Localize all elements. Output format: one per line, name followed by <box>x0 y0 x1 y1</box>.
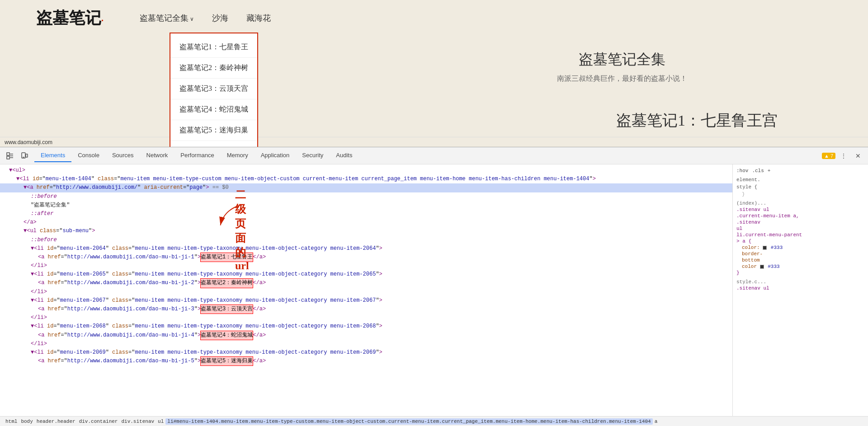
dropdown-item-2[interactable]: 盗墓笔记3：云顶天宫 <box>170 79 257 99</box>
tab-security[interactable]: Security <box>296 149 330 162</box>
site-logo: 盗墓笔记· <box>36 7 104 29</box>
devtools-toolbar: Elements Console Sources Network Perform… <box>0 147 868 164</box>
nav-item-1[interactable]: 沙海 <box>212 13 228 23</box>
breadcrumb-li[interactable]: li#menu-item-1404.menu-item.menu-item-ty… <box>165 418 652 425</box>
url-display: www.daomubiji.com <box>5 139 52 145</box>
tree-line[interactable]: ▼<li id="menu-item-1404" class="menu-ite… <box>0 175 732 183</box>
tab-memory[interactable]: Memory <box>221 149 255 162</box>
html-tree[interactable]: ▼<ul> ▼<li id="menu-item-1404" class="me… <box>0 164 732 416</box>
sidebar-rules-2: style.c... .sitenav ul <box>736 279 864 291</box>
tab-application[interactable]: Application <box>255 149 296 162</box>
svg-rect-0 <box>7 153 9 155</box>
dropdown-item-5[interactable]: 盗墓笔记6：阴山古楼 <box>170 141 257 147</box>
sidebar-rule-sitenav-ul: .sitenav ul <box>736 207 864 212</box>
tree-line[interactable]: ▼<li id="menu-item-2064" class="menu-ite… <box>0 244 732 253</box>
logo-dot: · <box>101 15 104 25</box>
content-subtitle: 南派三叔经典巨作，最好看的盗墓小说！ <box>557 74 687 84</box>
tab-sources[interactable]: Sources <box>106 149 140 162</box>
tree-line[interactable]: <a href="http://www.daomubiji.com/dao-mu… <box>0 357 732 365</box>
breadcrumb-div-sitenav[interactable]: div.sitenav <box>119 418 156 425</box>
sidebar-rule-a-open: > a { <box>736 239 864 244</box>
sidebar-color-2-property: color #333 <box>736 264 864 269</box>
tree-line[interactable]: ▼<ul> <box>0 166 732 175</box>
nav-item-2[interactable]: 藏海花 <box>246 13 271 23</box>
tree-line[interactable]: <a href="http://www.daomubiji.com/dao-mu… <box>0 305 732 314</box>
tab-audits[interactable]: Audits <box>330 149 359 162</box>
sidebar-rule-current-parent: li.current-menu-parent <box>736 232 864 238</box>
devtools-panel: Elements Console Sources Network Perform… <box>0 147 868 426</box>
toolbar-right: ▲ 7 ⋮ ✕ <box>822 150 864 162</box>
breadcrumb-a[interactable]: a <box>653 418 660 425</box>
sidebar-source-1: (index)... <box>736 201 864 206</box>
tree-line[interactable]: ::before <box>0 236 732 244</box>
svg-rect-4 <box>7 156 9 159</box>
devtools-breadcrumb: html body header.header div.container di… <box>0 416 868 426</box>
sidebar-tab-add[interactable]: + <box>768 168 771 173</box>
sidebar-rule-sitenav-ul-2: .sitenav ul <box>736 286 864 291</box>
tree-line[interactable]: ▼<li id="menu-item-2065" class="menu-ite… <box>0 270 732 279</box>
sidebar-tab-group: :hov .cls + <box>736 168 864 173</box>
dropdown-item-3[interactable]: 盗墓笔记4：蛇沼鬼城 <box>170 99 257 120</box>
tree-line[interactable]: <a href="http://www.daomubiji.com/dao-mu… <box>0 253 732 262</box>
more-options-button[interactable]: ⋮ <box>837 150 850 162</box>
tree-line[interactable]: <a href="http://www.daomubiji.com/dao-mu… <box>0 279 732 287</box>
sidebar-rule-ul: ul <box>736 226 864 231</box>
tree-line[interactable]: </a> <box>0 218 732 227</box>
tree-line[interactable]: "盗墓笔记全集" <box>0 201 732 210</box>
sidebar-element-styles: element. style { } <box>736 177 864 197</box>
tree-line[interactable]: ▼<li id="menu-item-2067" class="menu-ite… <box>0 296 732 305</box>
breadcrumb-div-container[interactable]: div.container <box>77 418 120 425</box>
breadcrumb-ul[interactable]: ul <box>156 418 165 425</box>
warning-badge: ▲ 7 <box>822 153 835 159</box>
sidebar-border-property: border- <box>736 251 864 257</box>
device-toolbar-button[interactable] <box>18 150 31 162</box>
site-header: 盗墓笔记· 盗墓笔记全集 沙海 藏海花 <box>0 0 868 36</box>
devtools-tabs: Elements Console Sources Network Perform… <box>33 149 820 162</box>
sidebar-source-2: style.c... <box>736 279 864 285</box>
sidebar-rule-sitenav: .sitenav <box>736 220 864 225</box>
inspect-element-button[interactable] <box>4 150 16 162</box>
article-title: 盗墓笔记1：七星鲁王宫 <box>616 110 778 131</box>
tab-elements[interactable]: Elements <box>34 149 71 162</box>
website-area: 盗墓笔记· 盗墓笔记全集 沙海 藏海花 盗墓笔记1：七星鲁王 盗墓笔记2：秦岭神… <box>0 0 868 147</box>
tab-console[interactable]: Console <box>71 149 106 162</box>
main-content: 盗墓笔记全集 南派三叔经典巨作，最好看的盗墓小说！ <box>557 50 687 84</box>
tree-line[interactable]: </li> <box>0 340 732 348</box>
sidebar-bottom-property: bottom <box>736 257 864 263</box>
sidebar-element-label: element. <box>736 177 864 183</box>
tree-line[interactable]: ▼<li id="menu-item-2068" class="menu-ite… <box>0 322 732 331</box>
tree-line[interactable]: </li> <box>0 262 732 270</box>
tab-performance[interactable]: Performance <box>174 149 220 162</box>
sidebar-rule-a-close: } <box>736 270 864 276</box>
tree-line[interactable]: ▼<ul class="sub-menu"> <box>0 227 732 235</box>
devtools-content: ▼<ul> ▼<li id="menu-item-1404" class="me… <box>0 164 868 416</box>
close-devtools-button[interactable]: ✕ <box>852 150 864 162</box>
sidebar-style-close: } <box>736 192 864 197</box>
dropdown-item-4[interactable]: 盗墓笔记5：迷海归巢 <box>170 120 257 141</box>
tree-line[interactable]: <a href="http://www.daomubiji.com/dao-mu… <box>0 331 732 340</box>
status-bar: www.daomubiji.com <box>0 137 868 147</box>
dropdown-item-0[interactable]: 盗墓笔记1：七星鲁王 <box>170 37 257 58</box>
nav-item-0[interactable]: 盗墓笔记全集 <box>140 13 194 23</box>
sidebar-tab-hov[interactable]: :hov <box>736 168 748 173</box>
dropdown-menu: 盗墓笔记1：七星鲁王 盗墓笔记2：秦岭神树 盗墓笔记3：云顶天宫 盗墓笔记4：蛇… <box>170 33 258 147</box>
sidebar-rules-1: (index)... .sitenav ul .current-menu-ite… <box>736 201 864 276</box>
breadcrumb-html[interactable]: html <box>4 418 19 425</box>
tree-line[interactable]: ::after <box>0 210 732 218</box>
sidebar-tab-cls[interactable]: .cls <box>752 168 764 173</box>
content-title: 盗墓笔记全集 <box>557 50 687 70</box>
color-swatch-2 <box>760 265 764 269</box>
tree-line[interactable]: </li> <box>0 288 732 296</box>
tree-line[interactable]: ▼<li id="menu-item-2069" class="menu-ite… <box>0 348 732 357</box>
tab-network[interactable]: Network <box>140 149 175 162</box>
breadcrumb-header[interactable]: header.header <box>35 418 77 425</box>
dropdown-item-1[interactable]: 盗墓笔记2：秦岭神树 <box>170 58 257 79</box>
tree-line[interactable]: </li> <box>0 314 732 322</box>
tree-line[interactable]: ::before <box>0 192 732 201</box>
tree-line-selected[interactable]: ▼<a href="http://www.daomubiji.com/" ari… <box>0 183 732 192</box>
devtools-sidebar: :hov .cls + element. style { } (index)..… <box>732 164 868 416</box>
sidebar-rule-current-menu: .current-menu-item a, <box>736 213 864 219</box>
sidebar-style-label: style { <box>736 184 864 190</box>
breadcrumb-body[interactable]: body <box>19 418 34 425</box>
svg-rect-6 <box>26 154 28 157</box>
